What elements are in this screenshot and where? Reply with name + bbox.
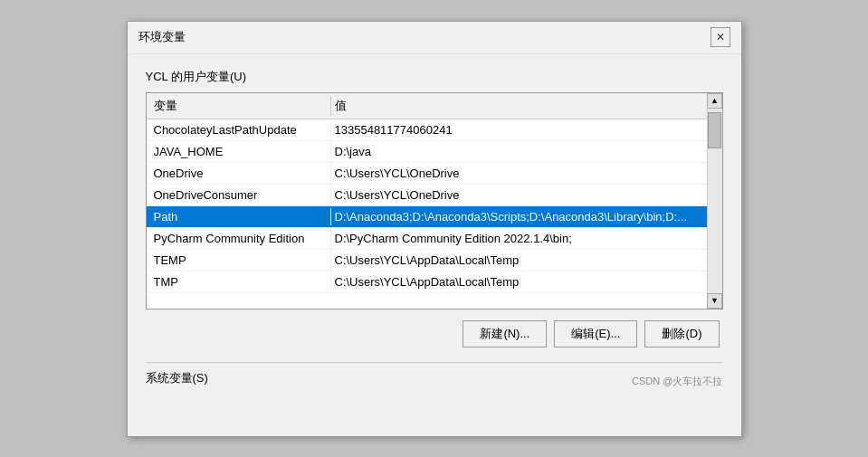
cell-val: C:\Users\YCL\AppData\Local\Temp — [331, 273, 703, 290]
cell-val: D:\java — [331, 143, 703, 160]
edit-button[interactable]: 编辑(E)... — [554, 320, 637, 348]
scroll-track[interactable] — [708, 109, 722, 293]
scroll-thumb[interactable] — [708, 112, 721, 148]
table-header: 变量 值 — [147, 93, 707, 119]
table-rows: ChocolateyLastPathUpdate 133554811774060… — [147, 119, 707, 293]
table-row[interactable]: TMP C:\Users\YCL\AppData\Local\Temp — [147, 271, 707, 293]
user-variables-buttons: 新建(N)... 编辑(E)... 删除(D) — [146, 320, 723, 348]
cell-val: C:\Users\YCL\AppData\Local\Temp — [331, 252, 703, 269]
watermark-text: CSDN @火车拉不拉 — [632, 375, 722, 388]
table-row[interactable]: JAVA_HOME D:\java — [147, 141, 707, 163]
new-button[interactable]: 新建(N)... — [463, 320, 547, 348]
cell-val: D:\Anaconda3;D:\Anaconda3\Scripts;D:\Ana… — [331, 208, 703, 225]
cell-var: JAVA_HOME — [150, 143, 331, 160]
user-section-label: YCL 的用户变量(U) — [146, 69, 723, 85]
cell-var: TMP — [150, 273, 331, 290]
column-header-value: 值 — [331, 96, 703, 116]
system-section: 系统变量(S) CSDN @火车拉不拉 — [146, 363, 723, 397]
environment-variables-dialog: 环境变量 ✕ YCL 的用户变量(U) 变量 值 ChocolateyLastP… — [127, 21, 742, 437]
table-row[interactable]: PyCharm Community Edition D:\PyCharm Com… — [147, 228, 707, 250]
close-button[interactable]: ✕ — [711, 27, 730, 47]
system-section-label: 系统变量(S) — [146, 370, 208, 386]
cell-val: C:\Users\YCL\OneDrive — [331, 186, 703, 204]
table-row[interactable]: OneDrive C:\Users\YCL\OneDrive — [147, 163, 707, 185]
cell-var: ChocolateyLastPathUpdate — [150, 121, 331, 138]
vertical-scrollbar[interactable]: ▲ ▼ — [707, 93, 722, 309]
dialog-title: 环境变量 — [138, 29, 186, 45]
cell-val: C:\Users\YCL\OneDrive — [331, 165, 703, 182]
column-header-variable: 变量 — [150, 96, 331, 116]
scroll-down-button[interactable]: ▼ — [707, 293, 722, 309]
table-row[interactable]: TEMP C:\Users\YCL\AppData\Local\Temp — [147, 250, 707, 271]
cell-var: OneDriveConsumer — [150, 186, 331, 204]
table-row[interactable]: ChocolateyLastPathUpdate 133554811774060… — [147, 119, 707, 141]
cell-var: OneDrive — [150, 165, 331, 182]
cell-var: PyCharm Community Edition — [150, 230, 331, 247]
scroll-up-button[interactable]: ▲ — [707, 93, 722, 109]
cell-val: 133554811774060241 — [331, 121, 703, 138]
cell-var: Path — [150, 208, 331, 225]
delete-button[interactable]: 删除(D) — [644, 320, 719, 348]
title-bar: 环境变量 ✕ — [128, 22, 741, 54]
table-row[interactable]: OneDriveConsumer C:\Users\YCL\OneDrive — [147, 185, 707, 206]
dialog-body: YCL 的用户变量(U) 变量 值 ChocolateyLastPathUpda… — [128, 54, 741, 412]
cell-val: D:\PyCharm Community Edition 2022.1.4\bi… — [331, 230, 703, 247]
table-row-selected[interactable]: Path D:\Anaconda3;D:\Anaconda3\Scripts;D… — [147, 206, 707, 228]
table-inner: 变量 值 ChocolateyLastPathUpdate 1335548117… — [147, 93, 707, 309]
user-variables-table[interactable]: 变量 值 ChocolateyLastPathUpdate 1335548117… — [146, 92, 723, 309]
cell-var: TEMP — [150, 252, 331, 269]
